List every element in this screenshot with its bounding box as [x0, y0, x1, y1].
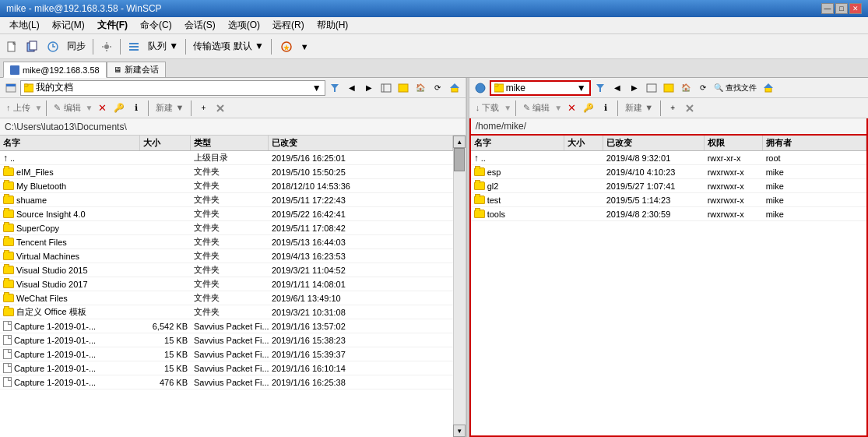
left-tb-p1[interactable] [378, 80, 394, 96]
left-file-row[interactable]: My Bluetooth 文件夹 2018/12/10 14:53:36 [0, 179, 453, 193]
left-cell-name: Visual Studio 2017 [0, 277, 140, 291]
right-btn-b[interactable] [682, 100, 698, 116]
new-session-tab[interactable]: 🖥 新建会话 [107, 62, 166, 77]
right-tb-fwd[interactable]: ▶ [627, 80, 642, 96]
left-tb-home[interactable]: 🏠 [413, 80, 428, 96]
right-col-size[interactable]: 大小 [564, 136, 603, 150]
left-scroll-track[interactable] [454, 148, 466, 425]
left-file-row[interactable]: ↑.. 上级目录 2019/5/16 16:25:01 [0, 151, 453, 165]
left-col-modified[interactable]: 已改变 [269, 136, 453, 150]
menu-options[interactable]: 选项(O) [222, 17, 266, 33]
left-col-type[interactable]: 类型 [191, 136, 269, 150]
right-new-btn[interactable]: 新建 ▼ [622, 99, 656, 118]
left-edit-btn[interactable]: ✎ 编辑 [51, 99, 83, 118]
tb-settings-btn[interactable] [97, 37, 116, 56]
left-btn-a[interactable]: + [195, 100, 211, 116]
minimize-button[interactable]: — [821, 3, 834, 14]
tb-queue-btn[interactable] [125, 37, 143, 56]
right-file-row[interactable]: tools 2019/4/8 2:30:59 rwxrwxr-x mike [471, 207, 866, 221]
left-delete-btn[interactable]: ✕ [94, 100, 110, 116]
close-button[interactable]: ✕ [849, 3, 862, 14]
left-file-row[interactable]: shuame 文件夹 2019/5/11 17:22:43 [0, 193, 453, 207]
left-scroll-up[interactable]: ▲ [453, 136, 466, 148]
left-tb-p2[interactable] [395, 80, 411, 96]
left-scroll-thumb[interactable] [454, 148, 465, 171]
left-tb-refresh[interactable]: ⟳ [430, 80, 445, 96]
left-col-name[interactable]: 名字 [0, 136, 140, 150]
left-scroll-down[interactable]: ▼ [453, 425, 466, 437]
right-tb-p1[interactable] [644, 80, 659, 96]
right-col-owner[interactable]: 拥有者 [763, 136, 866, 150]
right-tb-refresh[interactable]: ⟳ [695, 80, 711, 96]
right-download-btn[interactable]: ↓ 下载 [473, 99, 503, 118]
right-col-modified[interactable]: 已改变 [603, 136, 705, 150]
left-file-row[interactable]: Capture 1-2019-01-... 15 KB Savvius Pack… [0, 333, 453, 347]
right-edit-btn[interactable]: ✎ 编辑 [520, 99, 553, 118]
right-tb-p2[interactable] [661, 80, 676, 96]
left-scrollbar[interactable]: ▲ ▼ [453, 136, 466, 437]
left-file-row[interactable]: Capture 1-2019-01-... 15 KB Savvius Pack… [0, 347, 453, 361]
right-btn-a[interactable]: + [665, 100, 680, 116]
menu-command[interactable]: 命令(C) [134, 17, 178, 33]
left-new-btn[interactable]: 新建 ▼ [153, 99, 187, 118]
left-file-row[interactable]: Capture 1-2019-01-... 15 KB Savvius Pack… [0, 361, 453, 375]
file-icon [3, 349, 12, 359]
right-tb-up[interactable] [761, 80, 776, 96]
left-tb-back[interactable]: ◀ [344, 80, 360, 96]
right-path-dropdown[interactable]: mike ▼ [490, 80, 591, 96]
left-file-row[interactable]: 自定义 Office 模板 文件夹 2019/3/21 10:31:08 [0, 305, 453, 319]
maximize-button[interactable]: □ [835, 3, 848, 14]
tb-bookmarks-btn[interactable] [276, 37, 297, 56]
menu-file[interactable]: 文件(F) [91, 17, 134, 33]
left-btn-b[interactable] [213, 100, 228, 116]
left-file-row[interactable]: Capture 1-2019-01-... 476 KB Savvius Pac… [0, 375, 453, 389]
left-tb-fwd[interactable]: ▶ [361, 80, 377, 96]
right-file-row[interactable]: esp 2019/4/10 4:10:23 rwxrwxr-x mike [471, 165, 866, 179]
left-rename-btn[interactable]: 🔑 [111, 100, 127, 116]
left-col-size[interactable]: 大小 [140, 136, 191, 150]
left-file-row[interactable]: WeChat Files 文件夹 2019/6/1 13:49:10 [0, 291, 453, 305]
left-props-btn[interactable]: ℹ [128, 100, 144, 116]
left-cell-size [140, 165, 191, 178]
right-tb-home[interactable]: 🏠 [678, 80, 694, 96]
left-file-row[interactable]: Tencent Files 文件夹 2019/5/13 16:44:03 [0, 235, 453, 249]
menu-local[interactable]: 本地(L) [3, 17, 46, 33]
left-file-row[interactable]: Visual Studio 2015 文件夹 2019/3/21 11:04:5… [0, 263, 453, 277]
session-icon [10, 65, 19, 75]
left-file-row[interactable]: Virtual Machines 文件夹 2019/4/13 16:23:53 [0, 249, 453, 263]
left-cell-modified: 2019/5/16 16:25:01 [269, 151, 453, 164]
right-file-row[interactable]: test 2019/5/5 1:14:23 rwxrwxr-x mike [471, 193, 866, 207]
right-file-row[interactable]: ↑.. 2019/4/8 9:32:01 rwxr-xr-x root [471, 151, 866, 165]
right-search-btn[interactable]: 🔍 查找文件 [712, 80, 759, 96]
tb-new-btn[interactable] [3, 37, 22, 56]
right-col-perm[interactable]: 权限 [705, 136, 763, 150]
left-file-row[interactable]: Capture 1-2019-01-... 6,542 KB Savvius P… [0, 319, 453, 333]
menu-session[interactable]: 会话(S) [178, 17, 222, 33]
left-file-row[interactable]: eIM_Files 文件夹 2019/5/10 15:50:25 [0, 165, 453, 179]
right-tb-filter[interactable] [592, 80, 608, 96]
left-path-dropdown[interactable]: 我的文档 ▼ [20, 80, 325, 96]
right-cell-name: gl2 [471, 179, 564, 192]
right-cell-perm: rwxr-xr-x [705, 151, 763, 164]
session-tab-main[interactable]: mike@192.168.3.58 [3, 62, 107, 78]
tb-copy-btn[interactable] [23, 37, 42, 56]
left-file-row[interactable]: Visual Studio 2017 文件夹 2019/1/11 14:08:0… [0, 277, 453, 291]
right-props-btn[interactable]: ℹ [598, 100, 613, 116]
menu-mark[interactable]: 标记(M) [46, 17, 91, 33]
left-tb-filter[interactable] [327, 80, 343, 96]
menu-remote[interactable]: 远程(R) [266, 17, 311, 33]
right-file-row[interactable]: gl2 2019/5/27 1:07:41 rwxrwxr-x mike [471, 179, 866, 193]
left-cell-name: Capture 1-2019-01-... [0, 375, 140, 389]
left-upload-btn[interactable]: ↑ 上传 [3, 99, 33, 118]
menu-help[interactable]: 帮助(H) [311, 17, 355, 33]
left-cell-modified: 2019/1/16 16:25:38 [269, 375, 453, 389]
left-tb-up[interactable] [447, 80, 462, 96]
right-delete-btn[interactable]: ✕ [564, 100, 579, 116]
right-col-name[interactable]: 名字 [471, 136, 564, 150]
right-rename-btn[interactable]: 🔑 [581, 100, 596, 116]
left-file-row[interactable]: SuperCopy 文件夹 2019/5/11 17:08:42 [0, 221, 453, 235]
left-file-row[interactable]: Source Insight 4.0 文件夹 2019/5/22 16:42:4… [0, 207, 453, 221]
right-cell-size [564, 165, 603, 178]
right-tb-back[interactable]: ◀ [610, 80, 625, 96]
tb-sync-btn[interactable] [44, 37, 62, 56]
